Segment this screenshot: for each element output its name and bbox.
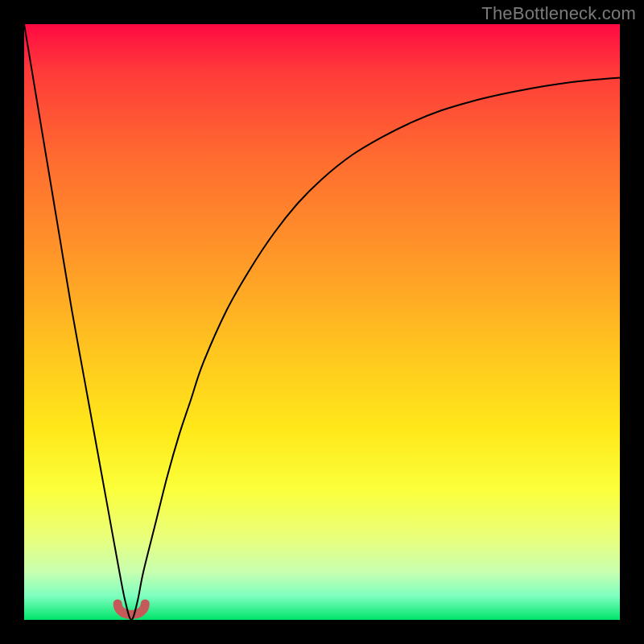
watermark-text: TheBottleneck.com xyxy=(481,3,636,24)
plot-area xyxy=(24,24,620,620)
chart-frame: TheBottleneck.com xyxy=(0,0,644,644)
bottleneck-curve xyxy=(24,24,620,620)
optimal-notch-marker xyxy=(118,604,145,615)
bottleneck-curve-svg xyxy=(24,24,620,620)
